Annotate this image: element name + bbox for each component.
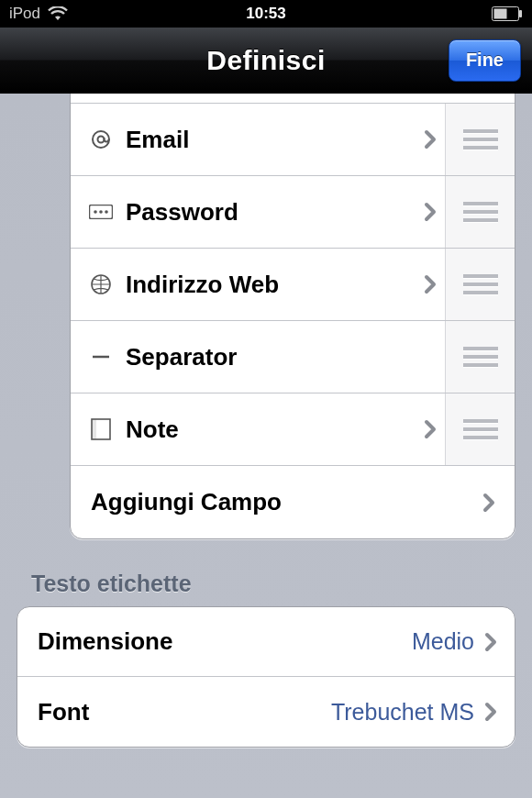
grip-icon — [463, 419, 498, 439]
grip-icon — [463, 347, 498, 367]
grip-icon — [463, 274, 498, 294]
svg-point-4 — [98, 137, 105, 143]
done-button[interactable]: Fine — [449, 39, 521, 82]
table-row[interactable]: Separator — [71, 321, 515, 393]
reorder-handle[interactable] — [445, 249, 515, 320]
chevron-right-icon — [483, 632, 498, 652]
note-icon — [83, 418, 118, 440]
wifi-icon — [48, 6, 68, 21]
reorder-handle[interactable] — [445, 321, 515, 393]
svg-point-7 — [99, 210, 103, 214]
table-row[interactable]: Email — [71, 104, 515, 176]
font-label: Font — [38, 698, 331, 726]
size-label: Dimensione — [38, 627, 412, 656]
svg-point-8 — [105, 210, 108, 214]
table-row[interactable]: Password — [71, 176, 515, 249]
clock-label: 10:53 — [246, 5, 285, 23]
field-label: Note — [126, 416, 423, 444]
grip-icon — [463, 202, 498, 222]
page-title: Definisci — [206, 45, 326, 76]
chevron-right-icon — [423, 202, 438, 222]
reorder-handle[interactable] — [445, 104, 515, 175]
svg-rect-1 — [519, 10, 522, 17]
carrier-label: iPod — [9, 5, 40, 23]
done-button-label: Fine — [466, 50, 504, 71]
battery-icon — [492, 6, 523, 21]
add-field-label: Aggiungi Campo — [91, 488, 482, 516]
field-label: Indirizzo Web — [126, 271, 423, 299]
size-value: Medio — [412, 628, 474, 655]
font-row[interactable]: Font Trebuchet MS — [17, 677, 515, 747]
field-label: Separator — [126, 343, 423, 371]
nav-bar: Definisci Fine — [0, 28, 532, 94]
svg-point-3 — [93, 131, 109, 148]
svg-rect-12 — [92, 419, 96, 439]
table-row[interactable]: Note — [71, 393, 515, 466]
svg-rect-2 — [494, 9, 507, 19]
grip-icon — [463, 129, 498, 150]
fields-table: Email Password — [70, 94, 515, 539]
password-icon — [83, 205, 118, 219]
table-row[interactable]: Indirizzo Web — [71, 249, 515, 321]
reorder-handle[interactable] — [445, 176, 515, 248]
status-bar: iPod 10:53 — [0, 0, 532, 28]
chevron-right-icon — [483, 702, 498, 722]
section-header-text-labels: Testo etichette — [31, 571, 501, 597]
chevron-right-icon — [423, 274, 438, 294]
chevron-right-icon — [423, 419, 438, 439]
svg-point-6 — [94, 210, 97, 214]
content-scroll[interactable]: Email Password — [0, 94, 532, 798]
reorder-handle[interactable] — [445, 393, 515, 465]
add-field-row[interactable]: Aggiungi Campo — [71, 466, 515, 538]
table-row — [71, 94, 515, 104]
chevron-right-icon — [423, 129, 438, 150]
font-value: Trebuchet MS — [331, 699, 474, 726]
size-row[interactable]: Dimensione Medio — [17, 607, 515, 677]
at-icon — [83, 128, 118, 150]
globe-icon — [83, 273, 118, 295]
separator-icon — [83, 346, 118, 368]
text-label-settings: Dimensione Medio Font Trebuchet MS — [17, 606, 515, 748]
chevron-right-icon — [482, 493, 496, 513]
field-label: Email — [126, 126, 423, 154]
field-label: Password — [126, 198, 423, 227]
